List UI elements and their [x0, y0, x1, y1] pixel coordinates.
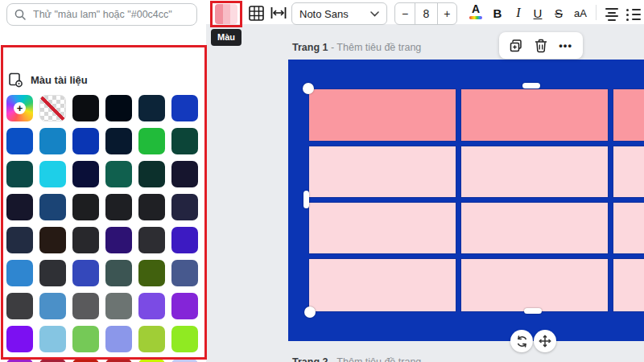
handle-left-middle[interactable]: [303, 191, 309, 208]
color-swatch[interactable]: [6, 227, 33, 253]
color-swatch[interactable]: [105, 194, 132, 220]
color-swatch[interactable]: [105, 359, 132, 362]
color-swatch[interactable]: [105, 95, 132, 121]
delete-button[interactable]: [531, 36, 551, 56]
color-swatch[interactable]: [39, 359, 66, 362]
color-swatch[interactable]: [171, 326, 198, 352]
color-swatch[interactable]: [138, 293, 165, 319]
font-size-decrease-button[interactable]: −: [395, 3, 415, 24]
color-swatch[interactable]: [171, 293, 198, 319]
font-family-select[interactable]: Noto Sans: [291, 2, 387, 25]
color-swatch[interactable]: [39, 326, 66, 352]
page2-label[interactable]: Trang 2 - Thêm tiêu đề trang: [292, 356, 421, 362]
table-cell[interactable]: [613, 258, 644, 312]
page2-subtitle[interactable]: - Thêm tiêu đề trang: [331, 356, 421, 362]
color-swatch[interactable]: [105, 128, 132, 154]
color-swatch[interactable]: [105, 326, 132, 352]
color-swatch[interactable]: [72, 326, 99, 352]
bold-button[interactable]: B: [489, 3, 506, 23]
text-case-button[interactable]: aA: [570, 3, 591, 23]
color-swatch[interactable]: [6, 359, 33, 362]
color-swatch[interactable]: [171, 95, 198, 121]
color-swatch[interactable]: [105, 227, 132, 253]
search-input[interactable]: [31, 8, 189, 21]
page1-label[interactable]: Trang 1 - Thêm tiêu đề trang: [292, 42, 421, 53]
document-colors-icon: [8, 72, 23, 88]
color-swatch[interactable]: [138, 359, 165, 362]
text-align-button[interactable]: [604, 6, 620, 23]
color-swatch[interactable]: [105, 161, 132, 187]
table-element[interactable]: [308, 88, 644, 312]
color-swatch[interactable]: [72, 128, 99, 154]
color-swatch[interactable]: [72, 260, 99, 286]
underline-button[interactable]: U: [530, 3, 546, 23]
color-swatch[interactable]: [72, 293, 99, 319]
handle-bottom-left[interactable]: [304, 306, 316, 318]
color-swatch[interactable]: [6, 128, 33, 154]
font-size-increase-button[interactable]: +: [438, 3, 456, 24]
handle-top-center[interactable]: [522, 83, 540, 88]
color-swatch[interactable]: [72, 95, 99, 121]
list-button[interactable]: [625, 6, 642, 23]
table-cell[interactable]: [613, 202, 644, 254]
color-swatch[interactable]: [39, 293, 66, 319]
handle-bottom-center[interactable]: [524, 308, 542, 314]
color-swatch[interactable]: [6, 161, 33, 187]
color-swatch[interactable]: [138, 227, 165, 253]
table-header-cell[interactable]: [613, 88, 644, 142]
add-color-button[interactable]: +: [6, 95, 33, 121]
color-swatch[interactable]: [6, 194, 33, 220]
color-swatch[interactable]: [171, 128, 198, 154]
move-button[interactable]: [534, 330, 556, 352]
font-size-value[interactable]: 8: [415, 3, 437, 24]
color-swatch[interactable]: [171, 359, 198, 362]
table-cell[interactable]: [460, 258, 609, 312]
table-cell[interactable]: [308, 202, 456, 254]
rotate-button[interactable]: [510, 330, 533, 352]
spacing-button[interactable]: [270, 5, 287, 21]
table-color-button[interactable]: [215, 4, 237, 24]
color-swatch[interactable]: [138, 326, 165, 352]
color-swatch[interactable]: [39, 260, 66, 286]
page1-canvas[interactable]: [288, 60, 644, 341]
color-swatch[interactable]: [39, 194, 66, 220]
strikethrough-button[interactable]: S: [551, 3, 567, 23]
text-color-button[interactable]: A: [467, 3, 485, 19]
color-swatch[interactable]: [138, 260, 165, 286]
color-swatch[interactable]: [39, 227, 66, 253]
color-search-box[interactable]: [6, 3, 197, 26]
color-swatch[interactable]: [39, 128, 66, 154]
duplicate-button[interactable]: [506, 36, 526, 56]
color-swatch[interactable]: [138, 161, 165, 187]
color-swatch[interactable]: [138, 194, 165, 220]
color-swatch[interactable]: [138, 128, 165, 154]
color-swatch[interactable]: [171, 161, 198, 187]
italic-button[interactable]: I: [510, 3, 526, 23]
table-cell[interactable]: [460, 146, 609, 198]
color-swatch[interactable]: [6, 293, 33, 319]
no-color-swatch[interactable]: [39, 95, 66, 121]
table-header-cell[interactable]: [460, 88, 609, 142]
color-swatch[interactable]: [171, 227, 198, 253]
color-swatch[interactable]: [171, 260, 198, 286]
color-swatch[interactable]: [72, 227, 99, 253]
table-cell[interactable]: [460, 202, 609, 254]
table-cell[interactable]: [613, 146, 644, 198]
color-swatch[interactable]: [105, 260, 132, 286]
color-swatch[interactable]: [6, 260, 33, 286]
color-swatch[interactable]: [6, 326, 33, 352]
more-options-button[interactable]: •••: [556, 36, 576, 56]
color-swatch[interactable]: [72, 161, 99, 187]
table-grid-button[interactable]: [248, 5, 264, 21]
color-swatch[interactable]: [72, 359, 99, 362]
color-swatch[interactable]: [171, 194, 198, 220]
table-header-cell[interactable]: [308, 88, 456, 142]
handle-top-left[interactable]: [303, 83, 314, 94]
color-swatch[interactable]: [39, 161, 66, 187]
page1-subtitle[interactable]: - Thêm tiêu đề trang: [331, 42, 421, 53]
color-swatch[interactable]: [138, 95, 165, 121]
table-cell[interactable]: [308, 258, 456, 312]
color-swatch[interactable]: [105, 293, 132, 319]
color-swatch[interactable]: [72, 194, 99, 220]
table-cell[interactable]: [308, 146, 456, 198]
